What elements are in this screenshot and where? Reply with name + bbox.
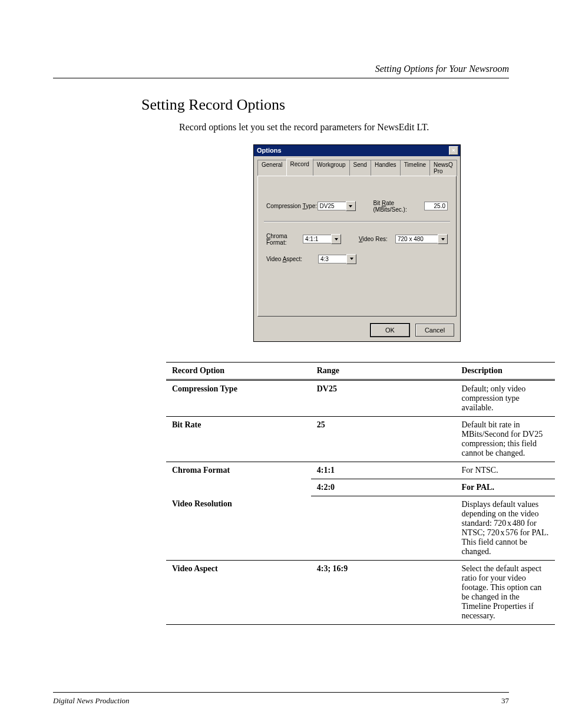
running-rule (53, 78, 509, 78)
section-title: Setting Record Options (141, 96, 509, 114)
cell-option: Video Resolution (166, 496, 311, 560)
video-aspect-value[interactable] (318, 255, 346, 263)
chroma-format-value[interactable] (303, 235, 331, 243)
close-icon[interactable]: × (449, 146, 458, 155)
footer-page-number: 37 (501, 696, 509, 706)
table-row: Video Resolution Displays default values… (166, 496, 555, 560)
cell-description: Default bit rate in MBits/Second for DV2… (455, 416, 555, 462)
compression-type-select[interactable] (318, 201, 356, 211)
chevron-down-icon[interactable] (438, 234, 448, 244)
titlebar: Options × (254, 145, 460, 156)
video-aspect-select[interactable] (318, 254, 356, 264)
running-head: Setting Options for Your Newsroom (53, 64, 509, 74)
tab-general[interactable]: General (257, 160, 287, 176)
cell-range: 4:1:1 (311, 462, 456, 479)
video-res-select[interactable] (395, 234, 448, 244)
cell-option: Bit Rate (166, 416, 311, 462)
cell-description: For PAL. (455, 479, 555, 496)
chevron-down-icon[interactable] (331, 234, 341, 244)
cell-range: 4:3; 16:9 (311, 560, 456, 624)
ok-button[interactable]: OK (371, 324, 409, 337)
col-header-range: Range (311, 362, 456, 380)
dialog-title: Options (257, 147, 282, 154)
col-header-option: Record Option (166, 362, 311, 380)
separator (264, 221, 450, 222)
cell-description: Default; only video compression type ava… (455, 380, 555, 416)
cell-range (311, 496, 456, 560)
footer-manual-name: Digital News Production (53, 696, 130, 706)
cell-description: Select the default aspect ratio for your… (455, 560, 555, 624)
tab-strip: General Record Workgroup Send Handles Ti… (254, 156, 460, 176)
cell-option: Video Aspect (166, 560, 311, 624)
tab-send[interactable]: Send (349, 160, 371, 176)
table-row: Chroma Format 4:1:1 For NTSC. (166, 462, 555, 479)
chevron-down-icon[interactable] (346, 254, 356, 264)
options-dialog: Options × General Record Workgroup Send … (253, 144, 461, 342)
label-bit-rate: Bit Rate (MBits/Sec.): (373, 200, 425, 213)
button-bar: OK Cancel (254, 320, 460, 341)
table-row: Bit Rate 25 Default bit rate in MBits/Se… (166, 416, 555, 462)
chroma-format-select[interactable] (303, 234, 341, 244)
tab-workgroup[interactable]: Workgroup (313, 160, 350, 176)
tab-record[interactable]: Record (286, 159, 313, 176)
col-header-description: Description (455, 362, 555, 380)
label-compression-type: Compression Type: (266, 203, 318, 209)
compression-type-value[interactable] (318, 202, 346, 210)
record-options-table: Record Option Range Description Compress… (166, 362, 555, 625)
cell-option: Compression Type (166, 380, 311, 416)
cell-description: For NTSC. (455, 462, 555, 479)
label-chroma-format: Chroma Format: (266, 233, 303, 246)
label-video-aspect: Video Aspect: (266, 256, 318, 262)
tab-handles[interactable]: Handles (371, 160, 401, 176)
cell-range: 25 (311, 416, 456, 462)
cancel-button[interactable]: Cancel (415, 324, 454, 337)
tab-panel-record: Compression Type: Bit Rate (MBits/Sec.):… (257, 176, 457, 317)
tab-newsq-pro[interactable]: NewsQ Pro (429, 160, 457, 176)
chevron-down-icon[interactable] (346, 201, 356, 211)
table-row: Compression Type DV25 Default; only vide… (166, 380, 555, 416)
tab-timeline[interactable]: Timeline (400, 160, 430, 176)
section-paragraph: Record options let you set the record pa… (179, 121, 509, 134)
cell-range: 4:2:0 (311, 479, 456, 496)
cell-description: Displays default values depending on the… (455, 496, 555, 560)
page-footer: Digital News Production 37 (53, 692, 509, 706)
cell-option: Chroma Format (166, 462, 311, 496)
table-row: Video Aspect 4:3; 16:9 Select the defaul… (166, 560, 555, 624)
cell-range: DV25 (311, 380, 456, 416)
video-res-value[interactable] (395, 235, 438, 243)
bit-rate-field[interactable] (424, 202, 448, 210)
label-video-res: Video Res: (359, 236, 395, 242)
